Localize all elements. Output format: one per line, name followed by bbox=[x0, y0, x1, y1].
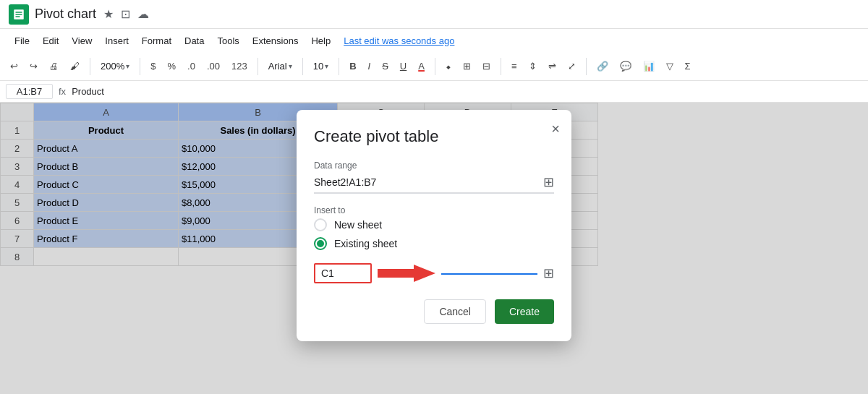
comment-button[interactable]: 💬 bbox=[616, 58, 636, 74]
app-icon bbox=[9, 4, 29, 25]
menu-tools[interactable]: Tools bbox=[211, 33, 244, 49]
toolbar-separator-7 bbox=[501, 58, 501, 75]
existing-sheet-radio[interactable]: Existing sheet bbox=[314, 237, 554, 250]
existing-sheet-label: Existing sheet bbox=[334, 238, 397, 249]
dialog-overlay: Create pivot table × Data range ⊞ Insert… bbox=[0, 103, 868, 394]
decimal1-button[interactable]: .0 bbox=[183, 58, 200, 74]
currency-button[interactable]: $ bbox=[146, 58, 160, 74]
insert-to-radio-group: New sheet Existing sheet bbox=[314, 218, 554, 250]
fontsize-value: 10 bbox=[313, 61, 323, 72]
create-button[interactable]: Create bbox=[495, 299, 554, 324]
fx-icon: fx bbox=[59, 86, 66, 97]
filter-button[interactable]: ▽ bbox=[662, 58, 678, 74]
create-pivot-dialog: Create pivot table × Data range ⊞ Insert… bbox=[297, 110, 571, 341]
menu-format[interactable]: Format bbox=[136, 33, 177, 49]
align-h-button[interactable]: ≡ bbox=[507, 58, 522, 74]
text-rotate-button[interactable]: ⤢ bbox=[563, 58, 580, 74]
dialog-buttons: Cancel Create bbox=[314, 299, 554, 324]
cell-reference[interactable] bbox=[6, 84, 53, 99]
last-edit-status: Last edit was seconds ago bbox=[344, 35, 454, 46]
underline-button[interactable]: U bbox=[396, 58, 411, 74]
fontsize-dropdown[interactable]: 10 ▾ bbox=[309, 59, 333, 73]
menu-file[interactable]: File bbox=[9, 33, 35, 49]
borders-button[interactable]: ⊞ bbox=[459, 58, 475, 74]
menu-extensions[interactable]: Extensions bbox=[247, 33, 305, 49]
data-range-label: Data range bbox=[314, 160, 554, 171]
decimal2-button[interactable]: .00 bbox=[203, 58, 224, 74]
menu-insert[interactable]: Insert bbox=[99, 33, 135, 49]
text-color-button[interactable]: A bbox=[414, 58, 429, 74]
fontsize-dropdown-arrow: ▾ bbox=[325, 62, 328, 70]
sum-button[interactable]: Σ bbox=[681, 58, 695, 74]
dialog-close-button[interactable]: × bbox=[551, 121, 560, 136]
location-underline bbox=[441, 273, 537, 275]
menu-view[interactable]: View bbox=[66, 33, 98, 49]
formula-bar: fx Product bbox=[0, 81, 868, 103]
toolbar-separator-1 bbox=[90, 58, 90, 75]
cancel-button[interactable]: Cancel bbox=[424, 299, 486, 324]
red-arrow-icon bbox=[378, 262, 435, 285]
data-range-grid-icon[interactable]: ⊞ bbox=[543, 174, 554, 190]
toolbar-separator-2 bbox=[140, 58, 140, 75]
title-bar: Pivot chart ★ ⊡ ☁ bbox=[0, 0, 868, 29]
menu-bar: File Edit View Insert Format Data Tools … bbox=[0, 29, 868, 52]
svg-rect-2 bbox=[16, 14, 22, 15]
chart-button[interactable]: 📊 bbox=[639, 58, 659, 74]
strikethrough-button[interactable]: S bbox=[378, 58, 393, 74]
zoom-value: 200% bbox=[101, 61, 124, 72]
document-title: Pivot chart bbox=[35, 7, 96, 22]
new-sheet-radio-circle bbox=[314, 218, 327, 231]
fill-color-button[interactable]: ⬥ bbox=[441, 58, 456, 74]
dialog-title: Create pivot table bbox=[314, 127, 554, 146]
toolbar-separator-3 bbox=[258, 58, 258, 75]
location-grid-icon[interactable]: ⊞ bbox=[543, 265, 554, 281]
data-range-row: ⊞ bbox=[314, 174, 554, 194]
merge-button[interactable]: ⊟ bbox=[478, 58, 495, 74]
main-area: A B C D E 1ProductSales (in dollars)2Pro… bbox=[0, 103, 868, 394]
percent-button[interactable]: % bbox=[163, 58, 180, 74]
data-range-input[interactable] bbox=[314, 174, 543, 191]
zoom-dropdown-arrow: ▾ bbox=[126, 62, 129, 70]
paint-format-button[interactable]: 🖌 bbox=[66, 58, 84, 74]
zoom-dropdown[interactable]: 200% ▾ bbox=[96, 59, 134, 73]
print-button[interactable]: 🖨 bbox=[45, 58, 63, 74]
new-sheet-label: New sheet bbox=[334, 219, 382, 231]
location-input[interactable] bbox=[314, 263, 372, 283]
toolbar: ↩ ↪ 🖨 🖌 200% ▾ $ % .0 .00 123 Arial ▾ 10… bbox=[0, 52, 868, 81]
align-v-button[interactable]: ⇕ bbox=[524, 58, 541, 74]
star-icon[interactable]: ★ bbox=[103, 7, 114, 21]
toolbar-separator-8 bbox=[586, 58, 587, 75]
insert-to-label: Insert to bbox=[314, 205, 554, 215]
menu-data[interactable]: Data bbox=[179, 33, 210, 49]
font-dropdown-arrow: ▾ bbox=[289, 62, 292, 70]
cloud-icon[interactable]: ☁ bbox=[137, 7, 149, 21]
toolbar-separator-4 bbox=[302, 58, 303, 75]
location-input-row: ⊞ bbox=[314, 262, 554, 285]
toolbar-separator-5 bbox=[339, 58, 339, 75]
svg-rect-3 bbox=[16, 16, 20, 17]
undo-button[interactable]: ↩ bbox=[6, 58, 22, 74]
formula-content: Product bbox=[72, 86, 862, 97]
font-value: Arial bbox=[268, 61, 287, 72]
new-sheet-radio[interactable]: New sheet bbox=[314, 218, 554, 231]
menu-help[interactable]: Help bbox=[305, 33, 336, 49]
redo-button[interactable]: ↪ bbox=[25, 58, 42, 74]
text-wrap-button[interactable]: ⇌ bbox=[544, 58, 561, 74]
toolbar-separator-6 bbox=[435, 58, 435, 75]
drive-icon[interactable]: ⊡ bbox=[121, 7, 130, 21]
existing-sheet-radio-circle bbox=[314, 237, 327, 250]
link-button[interactable]: 🔗 bbox=[592, 58, 613, 74]
svg-marker-4 bbox=[378, 265, 435, 282]
italic-button[interactable]: I bbox=[364, 58, 375, 74]
svg-rect-1 bbox=[16, 12, 22, 13]
font-dropdown[interactable]: Arial ▾ bbox=[264, 59, 297, 73]
bold-button[interactable]: B bbox=[345, 58, 360, 74]
menu-edit[interactable]: Edit bbox=[37, 33, 64, 49]
format123-button[interactable]: 123 bbox=[227, 58, 252, 74]
